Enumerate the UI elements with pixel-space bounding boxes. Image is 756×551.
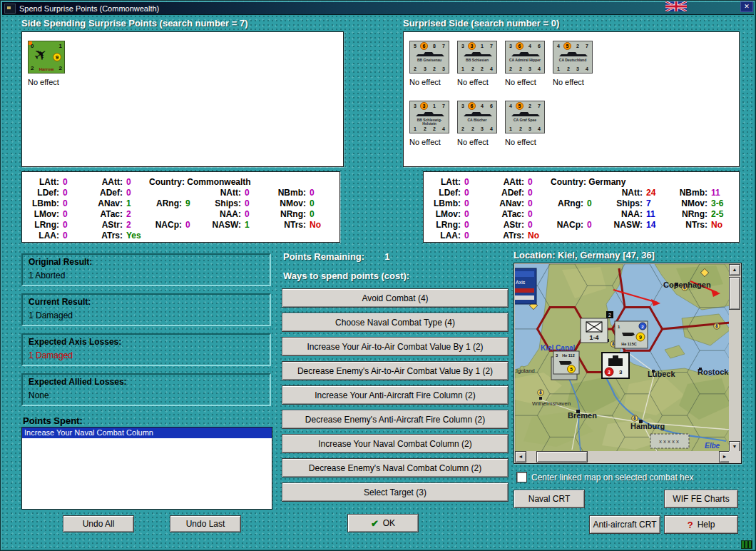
points-spent-listbox[interactable]: Increase Your Naval Combat Column: [21, 427, 272, 510]
scroll-left-icon[interactable]: ◄: [515, 451, 526, 462]
naval-unit-counter[interactable]: 3 6 4 6 CA Admiral Hipper 2 2 3 4: [505, 41, 545, 74]
spend-point-button[interactable]: Increase Your Anti-Aircraft Fire Column …: [282, 385, 509, 405]
naval-unit-counter[interactable]: 3 6 4 6 CA Blücher 2 2 3 4: [457, 101, 497, 133]
map-canvas[interactable]: Copenhagen Kiel Canal Lübeck Rostock Wil…: [515, 264, 730, 453]
undo-last-button[interactable]: Undo Last: [170, 515, 241, 532]
stat: ATac:2: [91, 209, 141, 220]
stat: LAA:0: [28, 231, 68, 241]
ship-silhouette-icon: [415, 51, 445, 57]
result-value: 1 Damaged: [29, 350, 264, 360]
naval-unit-counter[interactable]: 3 3 1 7 BB Schleswig-Holstein 1 2 2 4: [409, 101, 449, 133]
result-title: Expected Axis Losses:: [29, 337, 264, 347]
svg-text:xxxxx: xxxxx: [659, 438, 680, 445]
spend-point-button[interactable]: Decrease Enemy's Naval Combat Column (2): [282, 458, 509, 477]
map-counter-naval[interactable]: 3 3: [602, 353, 629, 378]
naval-unit-cell: 4 5 2 7 CA Deutschland 1 2 3 4 No effect: [553, 41, 593, 86]
ship-silhouette-icon: [415, 111, 445, 117]
spend-point-button[interactable]: Choose Naval Combat Type (4): [282, 313, 509, 332]
spend-point-button[interactable]: Decrease Enemy's Air-to-Air Combat Value…: [282, 361, 509, 380]
stat: NASW:14: [611, 220, 655, 231]
air-unit-counter[interactable]: 0 1 ✈ 9 2 Harrow 2: [28, 41, 65, 74]
stat: [273, 177, 321, 188]
stats-column: NBmb:11NMov:3-6NRng:2-5NTrs:No: [675, 177, 723, 241]
svg-text:3: 3: [608, 370, 611, 375]
map-viewport[interactable]: Copenhagen Kiel Canal Lübeck Rostock Wil…: [515, 264, 730, 453]
effect-label: No effect: [505, 138, 545, 146]
naval-crt-button[interactable]: Naval CRT: [514, 490, 585, 508]
spend-point-button[interactable]: Select Target (3): [282, 482, 509, 502]
title-bar[interactable]: Spend Surprise Points (Commonwealth): [2, 2, 754, 15]
undo-all-button[interactable]: Undo All: [63, 515, 134, 532]
naval-unit-counter[interactable]: 4 5 2 7 CA Deutschland 1 2 3 4: [553, 41, 593, 74]
surprise-rating-badge: 5: [516, 102, 523, 110]
map-panel: Copenhagen Kiel Canal Lübeck Rostock Wil…: [514, 263, 742, 464]
effect-label: No effect: [505, 78, 545, 86]
anti-aircraft-crt-button[interactable]: Anti-aircraft CRT: [589, 515, 660, 534]
ok-button[interactable]: ✔ OK: [347, 514, 419, 532]
spend-point-button[interactable]: Decrease Enemy's Anti-Aircraft Fire Colu…: [282, 410, 509, 429]
stat: NBmb:11: [675, 188, 723, 198]
map-counter-he115c[interactable]: 1 2 9 He 115C: [615, 321, 648, 348]
map-counter-he112[interactable]: 3 He 112 5: [551, 351, 579, 380]
scroll-up-icon[interactable]: ▲: [729, 264, 740, 276]
svg-text:He 112: He 112: [562, 353, 574, 358]
horizontal-scroll-thumb[interactable]: [536, 451, 588, 462]
center-map-checkbox[interactable]: [516, 472, 527, 482]
stat: NACp:0: [551, 220, 592, 231]
stat: NRng:2-5: [675, 209, 723, 220]
effect-label: No effect: [553, 78, 593, 86]
stat: [675, 231, 723, 241]
svg-text:Elbe: Elbe: [705, 442, 720, 450]
air-unit-cell: 0 1 ✈ 9 2 Harrow 2 No effect: [28, 41, 71, 86]
results-column: Original Result: 1 Aborted Current Resul…: [21, 253, 271, 413]
help-button[interactable]: ? Help: [664, 515, 738, 534]
spend-point-button[interactable]: Increase Your Naval Combat Column (2): [282, 434, 509, 453]
stat: Ships:7: [611, 198, 655, 209]
points-spent-item-selected[interactable]: Increase Your Naval Combat Column: [22, 428, 272, 438]
map-horizontal-scrollbar[interactable]: ◄ ►: [515, 451, 730, 462]
vertical-scroll-thumb[interactable]: [729, 277, 740, 310]
surprise-rating-badge: 3: [420, 102, 428, 110]
naval-unit-counter[interactable]: 4 5 2 7 CA Graf Spee 1 2 3 4: [505, 101, 545, 133]
stats-column: LAtt:0LDef:0LBmb:0LMov:0LRng:0LAA:0: [429, 177, 469, 241]
stat: NASW:1: [210, 220, 250, 231]
stats-column: NBmb:0NMov:0NRng:0NTrs:No: [273, 177, 321, 241]
stat: LRng:0: [28, 220, 68, 231]
stat: [551, 188, 592, 198]
spend-point-button[interactable]: Avoid Combat (4): [282, 288, 509, 308]
stat: LBmb:0: [28, 198, 68, 209]
effect-label: No effect: [409, 78, 449, 86]
ship-silhouette-icon: [511, 111, 541, 117]
svg-text:He 115C: He 115C: [621, 342, 636, 346]
unit-name: BB Schleswig-Holstein: [411, 118, 448, 126]
spending-units-panel: 0 1 ✈ 9 2 Harrow 2 No effect: [21, 31, 344, 167]
naval-unit-cell: 3 3 1 7 BB Schlesien 1 2 2 4 No effect: [457, 41, 497, 86]
stat: ANav:1: [91, 198, 141, 209]
surprise-rating-badge: 6: [468, 102, 476, 110]
stat: [611, 177, 655, 188]
stat: AStr:0: [493, 220, 539, 231]
points-remaining: Points Remaining:1: [283, 251, 389, 262]
commonwealth-stats-panel: Country: Commonwealth LAtt:0LDef:0LBmb:0…: [21, 171, 340, 243]
map-vertical-scrollbar[interactable]: ▲ ▼: [729, 264, 740, 453]
stat: [149, 231, 190, 241]
stat: Ships:0: [210, 198, 250, 209]
svg-text:Kiel Canal: Kiel Canal: [541, 344, 576, 352]
map-counter-division[interactable]: 1-4: [581, 318, 608, 343]
naval-unit-cell: 3 3 1 7 BB Schleswig-Holstein 1 2 2 4 No…: [409, 101, 449, 146]
stat: NAA:11: [611, 209, 655, 220]
stats-column: NAtt:24Ships:7NAA:11NASW:14: [611, 177, 655, 241]
naval-unit-counter[interactable]: 3 3 1 7 BB Schlesien 1 2 2 4: [457, 41, 497, 74]
stat: LAtt:0: [429, 177, 469, 188]
naval-unit-counter[interactable]: 5 6 8 7 BB Gneisenau 2 3 2 3: [409, 41, 449, 74]
stat: NMov:3-6: [675, 198, 723, 209]
surprise-rating-badge: 3: [468, 42, 476, 50]
stat: ATrs:No: [493, 231, 539, 241]
wif-fe-charts-button[interactable]: WIF FE Charts: [664, 490, 738, 508]
close-button[interactable]: ✕: [740, 1, 753, 12]
points-remaining-label: Points Remaining:: [283, 251, 364, 262]
unit-name: BB Gneisenau: [411, 59, 448, 62]
stat: [149, 188, 190, 198]
stat: [210, 231, 250, 241]
spend-point-button[interactable]: Increase Your Air-to-Air Combat Value By…: [282, 337, 509, 356]
